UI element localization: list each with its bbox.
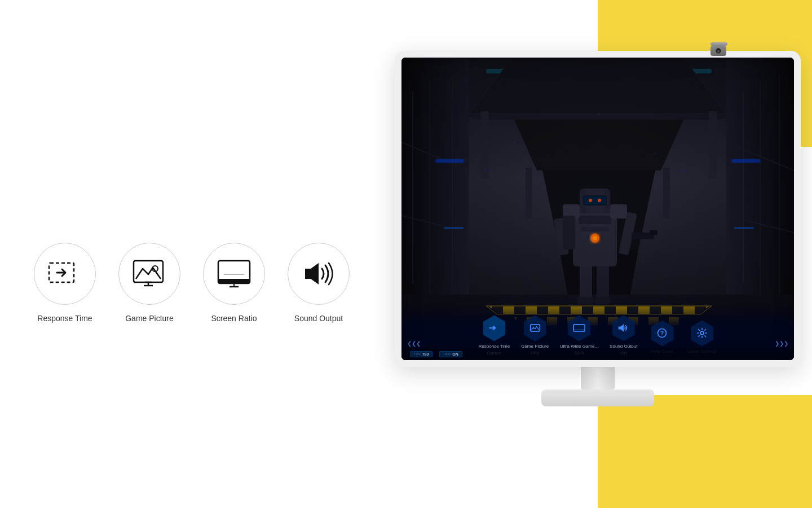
nav-arrows-right: ❯❯❯	[775, 340, 788, 347]
svg-rect-103	[573, 325, 585, 331]
hex-bg-help-guide: ?	[649, 320, 675, 346]
screen-ratio-icon	[216, 259, 252, 289]
sound-output-icon	[301, 259, 337, 289]
icon-label-game-picture: Game Picture	[125, 314, 174, 323]
icon-circle-sound-output	[288, 243, 350, 305]
icon-label-screen-ratio: Screen Ratio	[211, 314, 257, 323]
monitor-section: ❮❮❮	[372, 17, 812, 440]
hex-bg-game-picture	[522, 315, 548, 341]
icon-item-game-picture: Game Picture	[118, 243, 180, 323]
monitor-bezel: ❮❮❮	[395, 51, 801, 367]
hdr-label: HDR	[443, 352, 451, 356]
help-guide-menu-icon: ?	[656, 327, 668, 339]
game-picture-menu-icon	[529, 323, 541, 333]
webcam-body	[710, 46, 726, 56]
response-time-menu-icon	[488, 323, 500, 333]
features-icons-section: Response Time Game Picture	[34, 243, 350, 323]
webcam	[710, 44, 727, 56]
sound-output-menu-icon	[617, 322, 630, 334]
game-scene: ❮❮❮	[401, 58, 794, 360]
game-picture-icon	[131, 259, 167, 289]
menu-hex-ultra-wide	[566, 313, 593, 343]
svg-text:?: ?	[660, 330, 664, 337]
menu-hex-response-time	[480, 313, 508, 343]
menu-hex-game-settings	[689, 318, 716, 348]
fps-value: 780	[422, 352, 429, 356]
svg-rect-8	[218, 279, 250, 283]
hdr-badge: HDR ON	[439, 351, 462, 357]
menu-hex-game-picture	[522, 313, 549, 343]
fps-badge: FPS 780	[410, 351, 433, 357]
monitor-screen: ❮❮❮	[401, 58, 794, 360]
response-time-icon	[47, 260, 83, 288]
icon-item-sound-output: Sound Output	[288, 243, 350, 323]
icon-label-response-time: Response Time	[37, 314, 92, 323]
svg-marker-105	[618, 325, 623, 332]
game-settings-menu-icon	[696, 327, 708, 339]
icon-label-sound-output: Sound Output	[294, 314, 343, 323]
svg-rect-2	[134, 261, 163, 282]
menu-hex-help-guide: ?	[648, 318, 676, 348]
hex-bg-game-settings	[689, 320, 715, 346]
hex-bg-ultra-wide	[566, 315, 592, 341]
hex-bg-sound-output	[611, 315, 637, 341]
status-bar: FPS 780 HDR ON	[401, 348, 794, 360]
ultra-wide-menu-icon	[573, 323, 585, 333]
webcam-lens	[716, 48, 721, 54]
fps-label: FPS	[414, 352, 421, 356]
nav-arrows-left: ❮❮❮	[407, 340, 421, 347]
icon-circle-game-picture	[118, 243, 180, 305]
icon-item-response-time: Response Time	[34, 243, 96, 323]
icon-item-screen-ratio: Screen Ratio	[203, 243, 265, 323]
stand-base	[541, 389, 654, 406]
menu-hex-sound-output	[610, 313, 637, 343]
svg-point-108	[700, 331, 704, 335]
hdr-value: ON	[452, 352, 458, 356]
svg-rect-102	[530, 325, 540, 332]
icon-circle-screen-ratio	[203, 243, 265, 305]
icon-circle-response-time	[34, 243, 96, 305]
svg-marker-13	[305, 263, 319, 284]
hex-bg-response-time	[481, 315, 507, 341]
